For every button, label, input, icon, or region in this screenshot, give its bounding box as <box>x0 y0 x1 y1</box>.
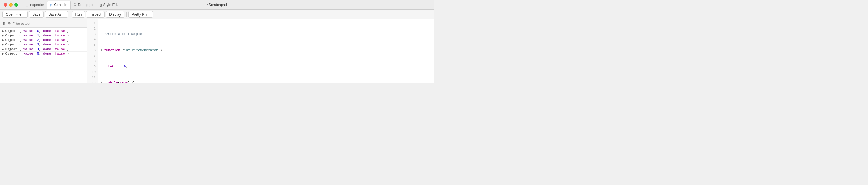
code-line-1: //Generator Example <box>101 31 434 37</box>
code-line-3: let i = 0; <box>101 64 434 69</box>
main-layout: 🗑 ⚙ ▶ Object { value: 0, done: false } ▶… <box>0 19 434 83</box>
console-row[interactable]: ▶ Object { value: 0, done: false } <box>0 29 87 33</box>
run-button[interactable]: Run <box>72 11 85 18</box>
console-filter-bar: 🗑 ⚙ <box>0 19 87 28</box>
row-arrow: ▶ <box>2 43 4 47</box>
line-num-9: 9 <box>87 64 98 69</box>
tab-style-editor-label: Style Ed... <box>103 3 120 7</box>
line-num-10: 10 <box>87 69 98 75</box>
line-num-2: 2 <box>87 26 98 31</box>
tab-console-label: Console <box>54 3 67 7</box>
tab-inspector-label: Inspector <box>29 3 44 7</box>
editor-panel: 1 2 3 4 5 6 7 8 9 10 11 12 13 14 15 16 1… <box>87 19 434 83</box>
row-arrow: ▶ <box>2 30 4 33</box>
line-num-3: 3 <box>87 31 98 37</box>
title-bar: ⎕ Inspector ▷ Console ⬡ Debugger {} Styl… <box>0 0 434 10</box>
console-row[interactable]: ▶ Object { value: 4, done: false } <box>0 47 87 52</box>
console-panel: 🗑 ⚙ ▶ Object { value: 0, done: false } ▶… <box>0 19 87 83</box>
minimize-button[interactable] <box>9 3 13 7</box>
line-num-6: 6 <box>87 48 98 53</box>
display-button[interactable]: Display <box>106 11 124 18</box>
line-num-11: 11 <box>87 75 98 80</box>
toolbar-separator-2 <box>126 12 127 17</box>
line-num-5: 5 <box>87 42 98 48</box>
toolbar: Open File... Save Save As... Run Inspect… <box>0 10 434 19</box>
row-arrow: ▶ <box>2 38 4 42</box>
close-button[interactable] <box>4 3 7 7</box>
inspector-icon: ⎕ <box>26 3 28 7</box>
tab-debugger-label: Debugger <box>78 3 94 7</box>
line-num-12: 12 <box>87 80 98 83</box>
console-row[interactable]: ▶ Object { value: 5, done: false } <box>0 52 87 56</box>
open-file-button[interactable]: Open File... <box>2 11 28 18</box>
toolbar-separator-1 <box>70 12 70 17</box>
code-line-2: ▼function *infiniteGenerator() { <box>101 48 434 53</box>
window-title: *Scratchpad <box>207 3 227 7</box>
console-row[interactable]: ▶ Object { value: 1, done: false } <box>0 33 87 38</box>
tab-inspector[interactable]: ⎕ Inspector <box>23 1 47 9</box>
tab-bar: ⎕ Inspector ▷ Console ⬡ Debugger {} Styl… <box>22 0 434 10</box>
debugger-icon: ⬡ <box>73 3 76 7</box>
trash-icon[interactable]: 🗑 <box>2 21 6 26</box>
fold-2[interactable]: ▼ <box>101 48 104 53</box>
line-numbers: 1 2 3 4 5 6 7 8 9 10 11 12 13 14 15 16 1… <box>87 19 98 83</box>
console-row[interactable]: ▶ Object { value: 2, done: false } <box>0 38 87 42</box>
save-button[interactable]: Save <box>29 11 44 18</box>
line-num-8: 8 <box>87 58 98 64</box>
inspect-button[interactable]: Inspect <box>86 11 104 18</box>
console-icon: ▷ <box>50 3 53 7</box>
traffic-lights <box>0 3 22 7</box>
row-arrow: ▶ <box>2 48 4 51</box>
line-num-4: 4 <box>87 37 98 42</box>
filter-icon: ⚙ <box>8 21 11 25</box>
line-num-7: 7 <box>87 53 98 58</box>
maximize-button[interactable] <box>14 3 18 7</box>
row-arrow: ▶ <box>2 52 4 56</box>
console-output: ▶ Object { value: 0, done: false } ▶ Obj… <box>0 28 87 57</box>
tab-debugger[interactable]: ⬡ Debugger <box>70 1 97 9</box>
console-row[interactable]: ▶ Object { value: 3, done: false } <box>0 42 87 47</box>
style-editor-icon: {} <box>100 3 102 7</box>
save-as-button[interactable]: Save As... <box>45 11 68 18</box>
fold-4[interactable]: ▼ <box>101 80 104 83</box>
line-num-1: 1 <box>87 21 98 26</box>
tab-console[interactable]: ▷ Console <box>47 1 70 9</box>
code-content[interactable]: //Generator Example ▼function *infiniteG… <box>98 19 434 83</box>
pretty-print-button[interactable]: Pretty Print <box>128 11 153 18</box>
filter-input[interactable] <box>13 22 85 25</box>
code-line-4: ▼while(true) { <box>101 80 434 83</box>
tab-style-editor[interactable]: {} Style Ed... <box>97 1 123 9</box>
row-arrow: ▶ <box>2 34 4 37</box>
